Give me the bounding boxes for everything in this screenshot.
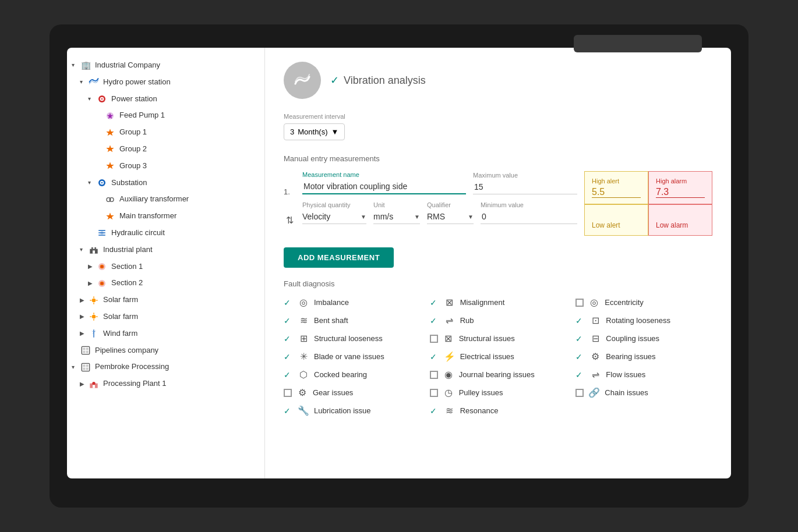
sidebar: ▾🏢Industrial Company▾Hydro power station… [67,48,265,478]
app-container: ▾🏢Industrial Company▾Hydro power station… [67,48,731,478]
fault-item-lubrication-issue[interactable]: ✓🔧Lubrication issue [284,403,421,418]
check-icon: ✓ [330,74,339,87]
fault-item-coupling-issues[interactable]: ✓⊟Coupling issues [575,331,712,346]
expand-icon-industrial-company[interactable]: ▾ [72,61,80,70]
expand-icon-wind-farm[interactable]: ▶ [80,329,88,338]
pq-dropdown-arrow[interactable]: ▼ [361,214,366,220]
min-value-input[interactable] [481,210,577,224]
tree-node-icon-solar-farm-2 [88,311,100,322]
sidebar-item-processing-plant-1[interactable]: ▶Processing Plant 1 [67,375,264,392]
svg-point-20 [92,298,96,302]
sidebar-item-auxiliary-transformer[interactable]: Auxiliary transformer [67,191,264,208]
fault-uncheck-icon-journal-bearing-issues[interactable] [430,371,438,379]
fault-item-rub[interactable]: ✓⇌Rub [430,313,567,328]
fault-item-flow-issues[interactable]: ✓⇌Flow issues [575,367,712,382]
sidebar-item-wind-farm[interactable]: ▶Wind farm [67,325,264,342]
sidebar-item-power-station[interactable]: ▾Power station [67,91,264,108]
fault-item-misalignment[interactable]: ✓⊠Misalignment [430,295,567,310]
sidebar-item-group-3[interactable]: Group 3 [67,158,264,175]
max-value-input[interactable] [473,180,577,194]
expand-icon-power-station[interactable]: ▾ [88,94,96,104]
fault-uncheck-icon-eccentricity[interactable] [575,299,584,307]
fault-item-blade-vane-issues[interactable]: ✓✳Blade or vane issues [284,349,421,364]
fault-uncheck-icon-pulley-issues[interactable] [430,389,438,397]
sidebar-item-pipelines-company[interactable]: Pipelines company [67,342,264,359]
add-measurement-button[interactable]: ADD MEASUREMENT [284,247,394,268]
svg-rect-32 [83,347,85,350]
fault-item-eccentricity[interactable]: ◎Eccentricity [575,295,712,310]
high-alarm-input[interactable] [656,187,705,198]
fault-check-icon-electrical-issues: ✓ [430,352,439,361]
fault-item-resonance[interactable]: ✓≋Resonance [430,403,567,418]
fault-label-rotating-looseness: Rotating looseness [606,316,670,325]
measurement-number: 1. [284,187,295,196]
sidebar-item-section-1[interactable]: ▶Section 1 [67,258,264,275]
fault-label-blade-vane-issues: Blade or vane issues [314,352,384,361]
fault-type-icon-eccentricity: ◎ [588,297,600,308]
expand-icon-section-1[interactable]: ▶ [88,262,96,271]
measurement-name-input[interactable] [302,179,466,194]
sort-icon[interactable]: ⇅ [286,198,294,226]
fault-item-journal-bearing-issues[interactable]: ◉Journal bearing issues [430,367,567,382]
svg-rect-34 [83,351,85,353]
measurement-name-label: Measurement name [302,171,466,178]
fault-uncheck-icon-gear-issues[interactable] [284,389,292,397]
sidebar-item-industrial-company[interactable]: ▾🏢Industrial Company [67,57,264,74]
fault-item-pulley-issues[interactable]: ◷Pulley issues [430,385,567,400]
fault-check-icon-flow-issues: ✓ [575,370,585,380]
unit-dropdown-arrow[interactable]: ▼ [414,214,420,220]
sidebar-item-substation[interactable]: ▾Substation [67,175,264,191]
expand-icon-substation[interactable]: ▾ [88,178,96,187]
fault-item-imbalance[interactable]: ✓◎Imbalance [284,295,421,310]
fault-item-structural-looseness[interactable]: ✓⊞Structural looseness [284,331,421,346]
tree-node-label-section-1: Section 1 [111,261,143,273]
fault-type-icon-rotating-looseness: ⊡ [589,315,601,326]
measurement-fields: Measurement name Maximum value Phys [302,171,577,224]
fault-item-rotating-looseness[interactable]: ✓⊡Rotating looseness [575,313,712,328]
fault-uncheck-icon-chain-issues[interactable] [575,389,584,397]
sidebar-item-industrial-plant[interactable]: ▾Industrial plant [67,242,264,258]
expand-icon-hydro-power-station[interactable]: ▾ [80,77,88,87]
sidebar-item-hydro-power-station[interactable]: ▾Hydro power station [67,74,264,91]
physical-quantity-field: Physical quantity Velocity ▼ [302,201,366,224]
sidebar-item-solar-farm-2[interactable]: ▶Solar farm [67,308,264,325]
low-alarm-label: Low alarm [656,221,705,229]
tree-node-icon-processing-plant-1 [88,378,100,390]
fault-item-bent-shaft[interactable]: ✓≋Bent shaft [284,313,421,328]
fault-check-icon-imbalance: ✓ [284,298,293,307]
qualifier-field: Qualifier RMS ▼ [427,201,474,224]
expand-icon-industrial-plant[interactable]: ▾ [80,245,88,254]
sidebar-item-pembroke-processing[interactable]: ▾Pembroke Processing [67,359,264,375]
sidebar-item-main-transformer[interactable]: Main transformer [67,208,264,225]
fault-label-chain-issues: Chain issues [605,388,648,397]
interval-select[interactable]: 3 Month(s) ▼ [284,123,712,140]
qualifier-dropdown-arrow[interactable]: ▼ [468,214,474,220]
high-alert-input[interactable] [592,187,641,198]
expand-icon-pembroke-processing[interactable]: ▾ [72,363,80,372]
fault-uncheck-icon-structural-issues[interactable] [430,335,438,343]
fault-item-electrical-issues[interactable]: ✓⚡Electrical issues [430,349,567,364]
fault-item-gear-issues[interactable]: ⚙Gear issues [284,385,421,400]
sidebar-item-section-2[interactable]: ▶Section 2 [67,275,264,292]
measurement-interval-section: Measurement interval 3 Month(s) ▼ [284,113,712,140]
expand-icon-solar-farm-1[interactable]: ▶ [80,296,88,305]
fault-item-cocked-bearing[interactable]: ✓⬡Cocked bearing [284,367,421,382]
sidebar-item-hydraulic-circuit[interactable]: Hydraulic circuit [67,225,264,242]
sidebar-item-group-2[interactable]: Group 2 [67,141,264,158]
svg-point-42 [92,382,95,385]
fault-item-structural-issues[interactable]: ⊠Structural issues [430,331,567,346]
expand-icon-solar-farm-2[interactable]: ▶ [80,312,88,321]
sidebar-item-group-1[interactable]: Group 1 [67,124,264,141]
interval-dropdown[interactable]: 3 Month(s) ▼ [284,123,345,140]
qualifier-value: RMS [427,212,468,221]
fault-type-icon-pulley-issues: ◷ [443,387,454,398]
fault-item-bearing-issues[interactable]: ✓⚙Bearing issues [575,349,712,364]
expand-icon-processing-plant-1[interactable]: ▶ [80,380,88,389]
expand-icon-section-2[interactable]: ▶ [88,279,96,288]
main-content: ✓ Vibration analysis Measurement interva… [265,48,731,478]
tree-node-label-solar-farm-2: Solar farm [103,311,138,323]
fault-item-chain-issues[interactable]: 🔗Chain issues [575,385,712,400]
sidebar-item-solar-farm-1[interactable]: ▶Solar farm [67,292,264,308]
low-alert-box: Low alert [584,204,648,236]
sidebar-item-feed-pump-1[interactable]: Feed Pump 1 [67,107,264,124]
